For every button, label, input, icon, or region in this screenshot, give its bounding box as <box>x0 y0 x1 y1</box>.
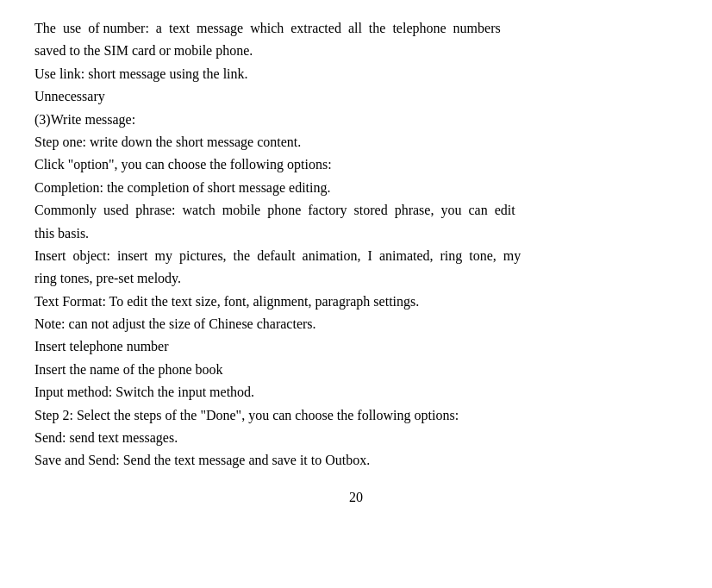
paragraph-insert-object: Insert object: insert my pictures, the d… <box>34 245 678 291</box>
paragraph-save-send: Save and Send: Send the text message and… <box>34 449 678 472</box>
paragraph-click-option: Click "option", you can choose the follo… <box>34 153 678 176</box>
paragraph-use-link: Use link: short message using the link. <box>34 63 678 85</box>
text-unnecessary: Unnecessary <box>34 89 105 103</box>
text-send: Send: send text messages. <box>34 430 178 445</box>
text-save-send: Save and Send: Send the text message and… <box>34 453 370 467</box>
paragraph-step-one: Step one: write down the short message c… <box>34 131 678 153</box>
paragraph-unnecessary: Unnecessary <box>34 85 678 108</box>
text-click-option: Click "option", you can choose the follo… <box>34 157 332 172</box>
paragraph-write-message: (3)Write message: <box>34 109 678 131</box>
paragraph-completion: Completion: the completion of short mess… <box>34 177 678 199</box>
paragraph-insert-tel: Insert telephone number <box>34 335 678 358</box>
paragraph-insert-name: Insert the name of the phone book <box>34 359 678 381</box>
text-line-1b: saved to the SIM card or mobile phone. <box>34 43 253 58</box>
page-number: 20 <box>349 490 363 504</box>
paragraph-input-method: Input method: Switch the input method. <box>34 381 678 403</box>
text-text-format: Text Format: To edit the text size, font… <box>34 294 419 309</box>
paragraph-step-2: Step 2: Select the steps of the "Done", … <box>34 404 678 427</box>
paragraph-use-of-number: The use of number: a text message which … <box>34 17 678 63</box>
text-write-message: (3)Write message: <box>34 112 135 127</box>
text-commonly-used-1: Commonly used phrase: watch mobile phone… <box>34 203 515 217</box>
text-use-link: Use link: short message using the link. <box>34 66 248 81</box>
text-note: Note: can not adjust the size of Chinese… <box>34 316 316 331</box>
paragraph-note: Note: can not adjust the size of Chinese… <box>34 313 678 335</box>
text-commonly-used-2: this basis. <box>34 226 89 241</box>
text-input-method: Input method: Switch the input method. <box>34 385 254 399</box>
text-line-1: The use of number: a text message which … <box>34 21 501 35</box>
page-number-container: 20 <box>34 490 678 505</box>
text-step-one: Step one: write down the short message c… <box>34 134 301 149</box>
text-step-2: Step 2: Select the steps of the "Done", … <box>34 408 459 422</box>
text-insert-tel: Insert telephone number <box>34 339 169 353</box>
text-completion: Completion: the completion of short mess… <box>34 180 331 195</box>
text-insert-name: Insert the name of the phone book <box>34 362 223 377</box>
paragraph-commonly-used: Commonly used phrase: watch mobile phone… <box>34 199 678 245</box>
paragraph-text-format: Text Format: To edit the text size, font… <box>34 291 678 313</box>
main-content: The use of number: a text message which … <box>34 17 678 472</box>
text-insert-object-1: Insert object: insert my pictures, the d… <box>34 248 521 263</box>
paragraph-send: Send: send text messages. <box>34 427 678 449</box>
text-insert-object-2: ring tones, pre-set melody. <box>34 271 181 285</box>
